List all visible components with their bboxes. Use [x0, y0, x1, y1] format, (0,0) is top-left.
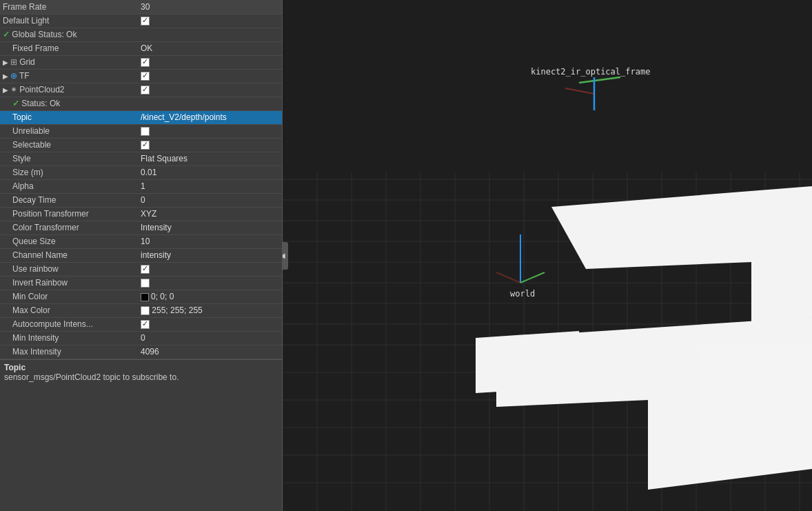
- prop-value[interactable]: /kinect_V2/depth/points: [138, 110, 282, 124]
- svg-marker-33: [476, 331, 586, 393]
- table-row[interactable]: Topic/kinect_V2/depth/points: [0, 110, 282, 124]
- prop-label: Max Color: [0, 303, 138, 317]
- prop-label: Unreliable: [0, 124, 138, 138]
- prop-value: 30: [138, 0, 282, 14]
- prop-label: Use rainbow: [0, 262, 138, 276]
- prop-label: Max Intensity: [0, 345, 138, 359]
- checkbox[interactable]: [141, 127, 150, 136]
- prop-label: Color Transformer: [0, 221, 138, 234]
- prop-value[interactable]: [138, 124, 282, 138]
- table-row[interactable]: Autocompute Intens...: [0, 317, 282, 331]
- table-row[interactable]: Size (m)0.01: [0, 166, 282, 179]
- prop-value: OK: [138, 41, 282, 55]
- prop-label: Size (m): [0, 166, 138, 179]
- table-row[interactable]: Queue Size10: [0, 234, 282, 248]
- table-row[interactable]: Decay Time0: [0, 193, 282, 207]
- table-row[interactable]: Unreliable: [0, 124, 282, 138]
- prop-value: Intensity: [138, 221, 282, 234]
- table-row[interactable]: ▶ ⊞ Grid: [0, 55, 282, 69]
- table-row[interactable]: ▶ ⁕ PointCloud2: [0, 83, 282, 97]
- table-row[interactable]: Fixed FrameOK: [0, 41, 282, 55]
- expand-icon[interactable]: ▶: [3, 59, 10, 66]
- tf-icon: ⊕: [10, 71, 19, 81]
- prop-label: Queue Size: [0, 234, 138, 248]
- prop-label: Frame Rate: [0, 0, 138, 14]
- table-row[interactable]: Position TransformerXYZ: [0, 207, 282, 221]
- table-row[interactable]: Frame Rate30: [0, 0, 282, 14]
- table-row[interactable]: Max Intensity4096: [0, 345, 282, 359]
- prop-label: ▶ ⁕ PointCloud2: [0, 83, 138, 97]
- prop-label: Decay Time: [0, 193, 138, 207]
- table-row[interactable]: Alpha1: [0, 179, 282, 193]
- global-status-icon: ✓: [3, 30, 12, 39]
- table-row[interactable]: Channel Nameintensity: [0, 248, 282, 262]
- table-row[interactable]: StyleFlat Squares: [0, 152, 282, 166]
- color-swatch-white[interactable]: [141, 306, 150, 315]
- grid-icon: ⊞: [10, 57, 19, 67]
- table-row[interactable]: Min Intensity0: [0, 331, 282, 345]
- prop-label: ✓ Global Status: Ok: [0, 28, 138, 41]
- prop-value[interactable]: [138, 14, 282, 28]
- checkbox[interactable]: [141, 279, 150, 288]
- status-ok-icon: ✓: [12, 99, 21, 108]
- prop-value[interactable]: [138, 83, 282, 97]
- checkbox[interactable]: [141, 86, 150, 94]
- prop-value[interactable]: 255; 255; 255: [138, 303, 282, 317]
- prop-label: Selectable: [0, 138, 138, 152]
- table-row[interactable]: Use rainbow: [0, 262, 282, 276]
- prop-value: 0.01: [138, 166, 282, 179]
- prop-label: Autocompute Intens...: [0, 317, 138, 331]
- status-description: sensor_msgs/PointCloud2 topic to subscri…: [4, 372, 278, 382]
- prop-value[interactable]: [138, 317, 282, 331]
- prop-label: Min Intensity: [0, 331, 138, 345]
- prop-value: 4096: [138, 345, 282, 359]
- prop-value: intensity: [138, 248, 282, 262]
- prop-label: Invert Rainbow: [0, 276, 138, 290]
- prop-value: 10: [138, 234, 282, 248]
- prop-label: ▶ ⊞ Grid: [0, 55, 138, 69]
- checkbox[interactable]: [141, 58, 150, 67]
- prop-value: Flat Squares: [138, 152, 282, 166]
- expand-icon[interactable]: ▶: [3, 72, 10, 80]
- prop-value[interactable]: [138, 28, 282, 41]
- table-row[interactable]: Selectable: [0, 138, 282, 152]
- table-row[interactable]: ▶ ⊕ TF: [0, 69, 282, 83]
- prop-value[interactable]: [138, 138, 282, 152]
- prop-label: Min Color: [0, 290, 138, 303]
- properties-table: Frame Rate30Default Light✓ Global Status…: [0, 0, 282, 359]
- prop-label: ✓ Status: Ok: [0, 97, 138, 110]
- table-row[interactable]: ✓ Global Status: Ok: [0, 28, 282, 41]
- prop-value[interactable]: [138, 262, 282, 276]
- prop-value: XYZ: [138, 207, 282, 221]
- table-row[interactable]: ✓ Status: Ok: [0, 97, 282, 110]
- table-row[interactable]: Invert Rainbow: [0, 276, 282, 290]
- viewport[interactable]: ◀: [283, 0, 812, 511]
- table-row[interactable]: Color TransformerIntensity: [0, 221, 282, 234]
- checkbox[interactable]: [141, 72, 150, 81]
- collapse-handle[interactable]: ◀: [283, 242, 288, 270]
- table-row[interactable]: Min Color0; 0; 0: [0, 290, 282, 303]
- prop-value[interactable]: [138, 97, 282, 110]
- expand-icon[interactable]: ▶: [3, 86, 10, 94]
- prop-value: 1: [138, 179, 282, 193]
- checkbox[interactable]: [141, 141, 150, 150]
- main-layout: Frame Rate30Default Light✓ Global Status…: [0, 0, 812, 511]
- prop-value[interactable]: [138, 69, 282, 83]
- prop-label: Topic: [0, 110, 138, 124]
- prop-value: 0: [138, 193, 282, 207]
- prop-value[interactable]: [138, 276, 282, 290]
- table-row[interactable]: Default Light: [0, 14, 282, 28]
- table-row[interactable]: Max Color 255; 255; 255: [0, 303, 282, 317]
- prop-label: ▶ ⊕ TF: [0, 69, 138, 83]
- scene-canvas: world kinect2_ir_optical_frame: [283, 0, 812, 511]
- prop-value[interactable]: [138, 55, 282, 69]
- checkbox[interactable]: [141, 265, 150, 274]
- prop-label: Default Light: [0, 14, 138, 28]
- color-swatch-black[interactable]: [141, 293, 149, 301]
- prop-value[interactable]: 0; 0; 0: [138, 290, 282, 303]
- prop-value: 0: [138, 331, 282, 345]
- checkbox[interactable]: [141, 320, 150, 329]
- status-title: Topic: [4, 363, 278, 372]
- checkbox[interactable]: [141, 17, 150, 26]
- svg-text:kinect2_ir_optical_frame: kinect2_ir_optical_frame: [531, 67, 650, 77]
